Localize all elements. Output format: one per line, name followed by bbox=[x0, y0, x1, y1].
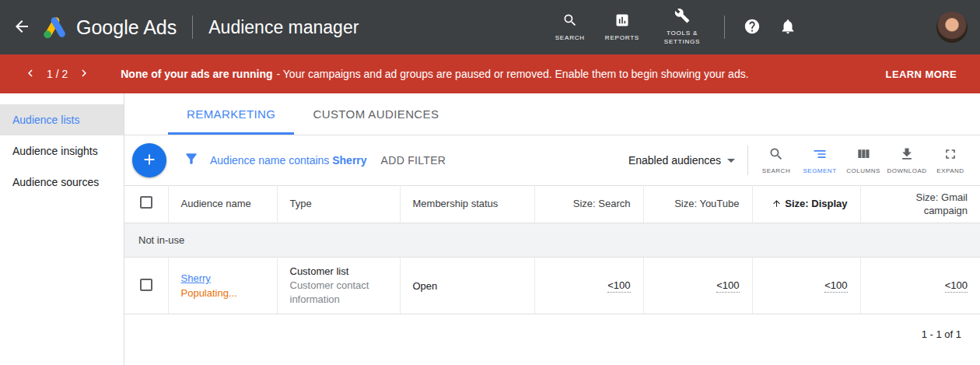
chevron-right-icon bbox=[77, 66, 91, 82]
group-label: Not in-use bbox=[124, 223, 980, 258]
size-display-value: <100 bbox=[824, 279, 847, 293]
select-all-checkbox[interactable] bbox=[140, 196, 152, 209]
add-audience-button[interactable] bbox=[132, 143, 166, 177]
chevron-left-icon bbox=[23, 66, 37, 82]
download-label: DOWNLOAD bbox=[887, 167, 926, 174]
audience-type-detail: Customer contact information bbox=[290, 279, 387, 306]
bell-icon bbox=[779, 18, 796, 37]
expand-button[interactable]: EXPAND bbox=[929, 146, 972, 174]
download-icon bbox=[899, 146, 915, 164]
segment-button[interactable]: SEGMENT bbox=[798, 146, 842, 174]
help-button[interactable] bbox=[734, 18, 770, 37]
table-toolbar: Audience name contains Sherry ADD FILTER… bbox=[124, 135, 980, 185]
header-size-gmail[interactable]: Size: Gmail campaign bbox=[860, 186, 980, 223]
alert-banner: 1 / 2 None of your ads are running - You… bbox=[0, 54, 980, 93]
notifications-button[interactable] bbox=[770, 18, 806, 37]
columns-button[interactable]: COLUMNS bbox=[842, 146, 885, 174]
alert-page-indicator: 1 / 2 bbox=[47, 68, 68, 80]
back-button[interactable] bbox=[12, 17, 31, 38]
download-button[interactable]: DOWNLOAD bbox=[885, 146, 929, 174]
filter-prefix: Audience name contains bbox=[210, 154, 329, 167]
audience-type: Customer list bbox=[290, 265, 387, 277]
top-app-bar: Google Ads Audience manager SEARCH REPOR… bbox=[0, 0, 980, 54]
expand-label: EXPAND bbox=[936, 167, 964, 174]
filter-value: Sherry bbox=[332, 154, 366, 167]
page-title: Audience manager bbox=[208, 17, 359, 38]
back-arrow-icon bbox=[12, 17, 31, 38]
add-filter-button[interactable]: ADD FILTER bbox=[381, 154, 446, 167]
audience-name-link[interactable]: Sherry bbox=[181, 272, 211, 284]
reports-chart-icon bbox=[614, 12, 630, 30]
topbar-divider bbox=[192, 16, 193, 39]
alert-text: - Your campaigns and ad groups are pause… bbox=[277, 68, 749, 80]
google-ads-logo-icon bbox=[42, 16, 68, 39]
wrench-icon bbox=[674, 8, 690, 26]
segment-label: SEGMENT bbox=[803, 167, 836, 174]
table-search-button[interactable]: SEARCH bbox=[754, 146, 798, 174]
table-header-row: Audience name Type Membership status Siz… bbox=[124, 186, 980, 223]
expand-icon bbox=[943, 146, 958, 164]
dropdown-caret-icon bbox=[727, 159, 735, 163]
audience-table: Audience name Type Membership status Siz… bbox=[124, 185, 980, 314]
table-row: Sherry Populating... Customer list Custo… bbox=[124, 258, 980, 314]
header-size-display-label: Size: Display bbox=[785, 198, 847, 209]
left-sidebar: Audience lists Audience insights Audienc… bbox=[0, 93, 124, 365]
topbar-reports-button[interactable]: REPORTS bbox=[595, 12, 649, 43]
main-panel: REMARKETING CUSTOM AUDIENCES Audience na… bbox=[124, 93, 980, 365]
tab-custom-audiences[interactable]: CUSTOM AUDIENCES bbox=[294, 93, 457, 135]
tab-bar: REMARKETING CUSTOM AUDIENCES bbox=[124, 93, 980, 135]
size-gmail-value: <100 bbox=[945, 279, 968, 293]
alert-next-button[interactable] bbox=[77, 66, 91, 82]
topbar-reports-label: REPORTS bbox=[605, 34, 639, 43]
sidebar-item-audience-sources[interactable]: Audience sources bbox=[0, 167, 124, 198]
segment-icon bbox=[812, 146, 828, 164]
dropdown-label: Enabled audiences bbox=[628, 154, 721, 167]
membership-status-value: Open bbox=[400, 258, 534, 314]
alert-title: None of your ads are running bbox=[121, 68, 272, 80]
search-icon bbox=[562, 12, 578, 30]
sidebar-item-audience-lists[interactable]: Audience lists bbox=[0, 104, 124, 135]
plus-icon bbox=[141, 151, 158, 170]
header-audience-name[interactable]: Audience name bbox=[168, 186, 277, 223]
learn-more-button[interactable]: LEARN MORE bbox=[886, 68, 957, 80]
table-search-label: SEARCH bbox=[762, 167, 790, 174]
alert-prev-button[interactable] bbox=[23, 66, 37, 82]
size-youtube-value: <100 bbox=[716, 279, 739, 293]
topbar-tools-settings-label: TOOLS & SETTINGS bbox=[660, 30, 705, 47]
columns-icon bbox=[856, 146, 871, 164]
pagination-info: 1 - 1 of 1 bbox=[124, 314, 980, 354]
help-icon bbox=[744, 18, 761, 37]
account-avatar[interactable] bbox=[936, 12, 968, 43]
search-icon bbox=[768, 146, 784, 164]
enabled-audiences-dropdown[interactable]: Enabled audiences bbox=[628, 154, 735, 167]
size-search-value: <100 bbox=[607, 279, 630, 293]
header-membership-status[interactable]: Membership status bbox=[400, 186, 534, 223]
sidebar-item-audience-insights[interactable]: Audience insights bbox=[0, 135, 124, 167]
alert-pager: 1 / 2 bbox=[23, 66, 91, 82]
filter-funnel-icon bbox=[184, 151, 199, 170]
header-size-search[interactable]: Size: Search bbox=[534, 186, 643, 223]
columns-label: COLUMNS bbox=[846, 167, 880, 174]
topbar-search-label: SEARCH bbox=[555, 34, 585, 43]
topbar-search-button[interactable]: SEARCH bbox=[545, 12, 595, 43]
header-type[interactable]: Type bbox=[277, 186, 400, 223]
tab-remarketing[interactable]: REMARKETING bbox=[168, 93, 294, 135]
row-checkbox[interactable] bbox=[140, 279, 152, 291]
brand-name: Google Ads bbox=[76, 16, 177, 39]
toolbar-divider bbox=[747, 146, 748, 175]
topbar-tools-settings-button[interactable]: TOOLS & SETTINGS bbox=[649, 8, 715, 47]
header-size-youtube[interactable]: Size: YouTube bbox=[643, 186, 752, 223]
sort-ascending-icon bbox=[772, 198, 785, 209]
group-row-not-in-use: Not in-use bbox=[124, 223, 980, 258]
header-size-display[interactable]: Size: Display bbox=[752, 186, 860, 223]
alert-message: None of your ads are running - Your camp… bbox=[121, 68, 748, 80]
active-filter-chip[interactable]: Audience name contains Sherry bbox=[210, 154, 367, 167]
topbar-nav-divider bbox=[724, 16, 725, 39]
populating-status: Populating... bbox=[181, 287, 264, 299]
